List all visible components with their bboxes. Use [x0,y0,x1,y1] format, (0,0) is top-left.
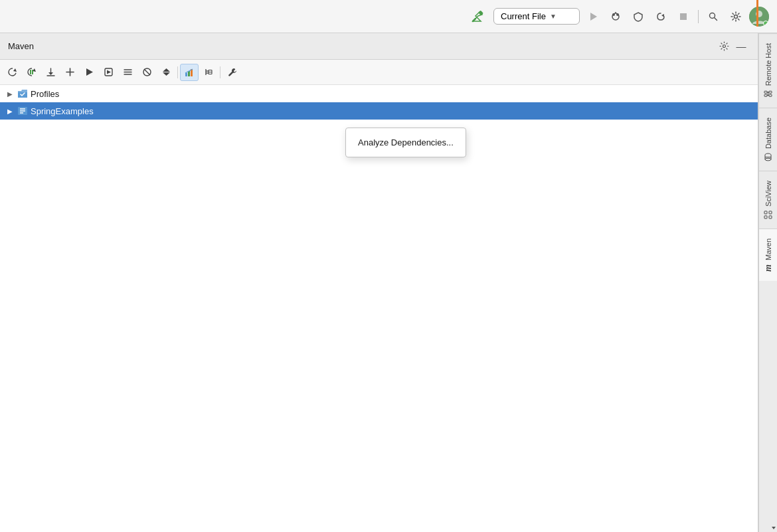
stop-button[interactable] [674,7,693,26]
spring-examples-tree-row[interactable]: ▶ SpringExamples [0,102,758,120]
svg-rect-9 [680,13,687,20]
svg-rect-49 [765,94,768,96]
search-button[interactable] [704,7,723,26]
svg-rect-48 [770,94,772,96]
svg-marker-25 [86,68,93,76]
svg-rect-35 [185,73,187,76]
svg-marker-16 [13,68,17,72]
maven-download-button[interactable] [41,64,60,81]
maven-collapse-button[interactable] [157,64,175,81]
spring-examples-project-icon [17,106,28,116]
main-area: Maven — [0,33,777,532]
svg-rect-58 [765,216,768,219]
profiles-expand-arrow[interactable]: ▶ [5,89,15,98]
svg-marker-7 [661,14,664,17]
right-sidebar: Remote Host Database [758,33,777,532]
svg-line-11 [715,17,717,20]
svg-rect-57 [770,216,772,219]
svg-point-12 [734,15,738,18]
maven-run-phase-button[interactable] [99,64,118,81]
maven-toolbar [0,60,758,85]
maven-header: Maven — [0,33,758,60]
avatar-online-dot [763,21,768,26]
maven-sidebar-label: Maven [764,238,772,260]
svg-rect-18 [30,70,31,74]
orange-accent-bar [756,0,758,27]
toolbar-separator-1 [698,10,699,23]
maven-panel: Maven — [0,33,758,532]
svg-marker-33 [163,68,170,72]
svg-point-4 [612,13,615,16]
maven-toolbar-separator-2 [220,66,220,78]
svg-marker-27 [107,70,111,74]
svg-point-5 [616,13,619,16]
profiles-label: Profiles [31,89,59,99]
profiles-tree-row[interactable]: ▶ Profiles [0,85,758,102]
more-run-button[interactable] [651,7,670,26]
maven-analyze-button[interactable] [180,64,199,81]
maven-add-button[interactable] [60,64,79,81]
remote-host-label: Remote Host [764,43,772,86]
database-icon [763,153,773,161]
svg-marker-8 [772,527,776,529]
maven-reload-project-button[interactable] [22,64,41,81]
sciview-icon [763,211,773,219]
coverage-button[interactable] [629,7,648,26]
sidebar-tab-remote-host[interactable]: Remote Host [759,33,777,108]
svg-rect-51 [765,91,768,93]
maven-wrench-button[interactable] [222,64,241,81]
spring-examples-label: SpringExamples [31,106,94,116]
database-label: Database [764,118,772,149]
debug-button[interactable] [606,7,625,26]
svg-point-55 [766,158,772,161]
maven-settings-button[interactable] [715,38,733,55]
current-file-label: Current File [501,11,546,21]
run-button[interactable] [584,7,602,26]
analyze-dependencies-item[interactable]: Analyze Dependencies... [346,133,466,151]
svg-rect-59 [770,211,772,214]
maven-minimize-button[interactable]: — [733,38,750,55]
maven-run-lifecycle-button[interactable] [80,64,98,81]
maven-tree-view-button[interactable] [199,64,218,81]
sciview-label: SciView [764,181,772,207]
svg-marker-34 [163,72,170,76]
svg-rect-60 [765,211,768,214]
maven-tree-area: ▶ Profiles ▶ [0,85,758,532]
svg-rect-50 [770,91,772,93]
build-icon[interactable] [468,7,487,26]
maven-toggle-button[interactable] [118,64,137,81]
svg-point-15 [723,45,725,48]
maven-title: Maven [8,41,715,51]
avatar[interactable] [749,7,769,27]
remote-host-icon [763,90,773,98]
settings-button[interactable] [727,7,745,26]
maven-skip-tests-button[interactable] [137,64,156,81]
sidebar-tab-sciview[interactable]: SciView [759,171,777,228]
svg-rect-19 [32,70,33,74]
spring-examples-expand-arrow[interactable]: ▶ [5,106,15,116]
analyze-popup: Analyze Dependencies... [345,128,466,157]
sidebar-tab-maven[interactable]: m Maven [759,228,777,281]
svg-line-32 [144,69,150,75]
profiles-folder-icon [17,88,28,99]
current-file-dropdown[interactable]: Current File ▼ [493,8,580,25]
svg-rect-43 [209,72,212,74]
sidebar-tab-database[interactable]: Database [759,108,777,171]
top-toolbar: Current File ▼ [0,0,777,33]
svg-marker-2 [590,13,597,21]
svg-marker-21 [48,72,53,75]
dropdown-arrow-icon: ▼ [550,13,557,20]
maven-reload-button[interactable] [3,64,21,81]
maven-sidebar-icon: m [763,264,774,272]
maven-toolbar-separator [177,66,178,78]
